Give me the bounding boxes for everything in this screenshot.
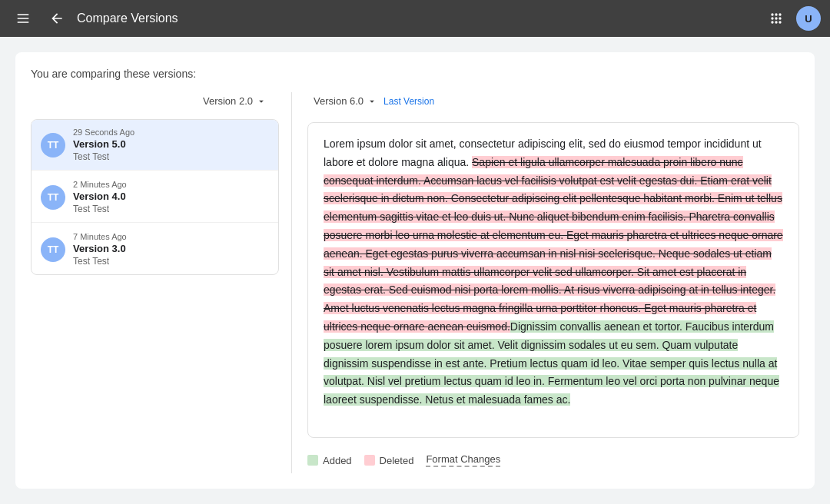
main-content: You are comparing these versions: Versio… (0, 37, 830, 504)
topbar: Compare Versions U (0, 0, 830, 37)
version-info: 7 Minutes Ago Version 3.0 Test Test (73, 232, 127, 267)
deleted-label: Deleted (380, 455, 414, 466)
version-dropdown-row: Version 2.0 (31, 92, 279, 110)
back-button[interactable] (43, 5, 71, 32)
svg-point-9 (771, 21, 773, 23)
svg-point-11 (779, 21, 781, 23)
added-text: Dignissim convallis aenean et tortor. Fa… (324, 320, 779, 406)
diff-panel: Version 6.0 Last Version Lorem ipsum dol… (292, 92, 799, 473)
version-author: Test Test (73, 204, 127, 214)
apps-button[interactable] (762, 5, 790, 32)
page-title: Compare Versions (77, 12, 756, 25)
diff-legend: Added Deleted Format Changes (307, 447, 799, 473)
version-author: Test Test (73, 256, 127, 267)
avatar: TT (41, 185, 65, 210)
version-info: 2 Minutes Ago Version 4.0 Test Test (73, 180, 127, 214)
user-avatar[interactable]: U (796, 6, 821, 31)
deleted-swatch (364, 455, 375, 466)
svg-point-7 (775, 17, 777, 19)
svg-rect-0 (18, 14, 29, 15)
version-time: 7 Minutes Ago (73, 232, 127, 241)
svg-point-4 (775, 13, 777, 15)
version-name: Version 3.0 (73, 243, 127, 254)
version-name: Version 4.0 (73, 191, 127, 202)
svg-point-6 (771, 17, 773, 19)
version-6-dropdown[interactable]: Version 6.0 Last Version (307, 92, 440, 110)
version-info: 29 Seconds Ago Version 5.0 Test Test (73, 128, 134, 162)
outer-card: You are comparing these versions: Versio… (15, 52, 815, 489)
legend-format: Format Changes (426, 453, 500, 467)
diff-text: Lorem ipsum dolor sit amet, consectetur … (324, 135, 783, 410)
avatar: TT (41, 133, 65, 158)
svg-point-5 (779, 13, 781, 15)
diff-content[interactable]: Lorem ipsum dolor sit amet, consectetur … (307, 122, 799, 438)
diff-header: Version 6.0 Last Version (307, 92, 799, 110)
version-author: Test Test (73, 151, 134, 162)
added-label: Added (323, 455, 352, 466)
topbar-actions: U (762, 5, 821, 32)
version-2-label: Version 2.0 (203, 95, 253, 107)
svg-rect-2 (18, 22, 29, 23)
comparison-body: Version 2.0 TT 29 Seconds Ago Version 5.… (31, 92, 799, 473)
svg-point-10 (775, 21, 777, 23)
version-item[interactable]: TT 7 Minutes Ago Version 3.0 Test Test (32, 224, 278, 274)
svg-point-3 (771, 13, 773, 15)
svg-rect-1 (18, 18, 29, 19)
version-name: Version 5.0 (73, 138, 134, 150)
comparing-label: You are comparing these versions: (31, 68, 799, 80)
version-item[interactable]: TT 29 Seconds Ago Version 5.0 Test Test (32, 120, 278, 171)
version-6-label: Version 6.0 (314, 95, 364, 107)
added-swatch (307, 455, 318, 466)
version-list-panel: Version 2.0 TT 29 Seconds Ago Version 5.… (31, 92, 292, 473)
last-version-badge: Last Version (383, 96, 434, 107)
sidebar-toggle-button[interactable] (9, 5, 37, 32)
format-label: Format Changes (426, 453, 500, 467)
version-2-dropdown[interactable]: Version 2.0 (197, 92, 273, 110)
avatar: TT (41, 237, 65, 262)
version-time: 2 Minutes Ago (73, 180, 127, 189)
legend-added: Added (307, 455, 352, 466)
version-items-list: TT 29 Seconds Ago Version 5.0 Test Test … (31, 119, 279, 275)
legend-deleted: Deleted (364, 455, 414, 466)
svg-point-8 (779, 17, 781, 19)
version-time: 29 Seconds Ago (73, 128, 134, 137)
version-item[interactable]: TT 2 Minutes Ago Version 4.0 Test Test (32, 172, 278, 223)
deleted-text: Sapien et ligula ullamcorper malesuada p… (324, 156, 783, 333)
